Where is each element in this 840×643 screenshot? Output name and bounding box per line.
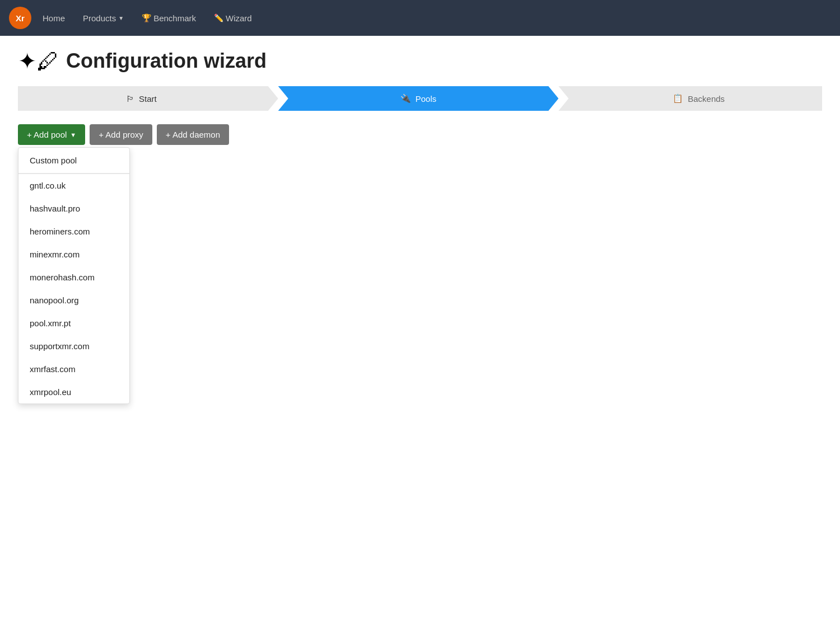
dropdown-item-pool-4[interactable]: monerohash.com (18, 266, 129, 289)
flag-icon: 🏳 (126, 94, 134, 104)
add-pool-label: + Add pool (27, 130, 67, 139)
page-title-container: ✦🖊 Configuration wizard (18, 49, 822, 73)
wizard-step-pools[interactable]: 🔌 Pools (278, 86, 559, 111)
wizard-steps: 🏳 Start 🔌 Pools 📋 Backends (18, 86, 822, 111)
dropdown-item-pool-9[interactable]: xmrpool.eu (18, 381, 129, 403)
step-backends-label: Backends (688, 94, 725, 104)
app-logo[interactable]: Xr (9, 7, 31, 29)
products-chevron-icon: ▼ (118, 15, 124, 21)
dropdown-item-pool-5[interactable]: nanopool.org (18, 289, 129, 312)
dropdown-item-pool-2[interactable]: herominers.com (18, 220, 129, 243)
wizard-icon: ✏️ (214, 13, 223, 22)
nav-wizard[interactable]: ✏️ Wizard (207, 10, 259, 26)
dropdown-item-pool-3[interactable]: minexmr.com (18, 243, 129, 266)
dropdown-item-pool-8[interactable]: xmrfast.com (18, 358, 129, 381)
add-pool-chevron-icon: ▼ (70, 132, 76, 138)
nav-home[interactable]: Home (36, 10, 72, 26)
trophy-icon: 🏆 (142, 13, 151, 22)
backends-icon: 📋 (673, 93, 683, 104)
wizard-step-backends[interactable]: 📋 Backends (558, 86, 822, 111)
action-buttons-row: + Add pool ▼ + Add proxy + Add daemon Cu… (18, 124, 822, 145)
add-proxy-label: + Add proxy (99, 130, 143, 139)
dropdown-item-pool-1[interactable]: hashvault.pro (18, 197, 129, 220)
dropdown-item-pool-6[interactable]: pool.xmr.pt (18, 312, 129, 335)
add-proxy-button[interactable]: + Add proxy (90, 124, 152, 145)
add-daemon-label: + Add daemon (166, 130, 220, 139)
step-pools-label: Pools (416, 94, 437, 104)
wizard-step-start[interactable]: 🏳 Start (18, 86, 278, 111)
nav-benchmark[interactable]: 🏆 Benchmark (135, 10, 203, 26)
dropdown-item-pool-0[interactable]: gntl.co.uk (18, 174, 129, 197)
plug-icon: 🔌 (400, 93, 411, 104)
page-title: Configuration wizard (66, 49, 267, 73)
step-start-label: Start (139, 94, 157, 104)
add-pool-dropdown: Custom pool gntl.co.uk hashvault.pro her… (18, 147, 130, 404)
navbar: Xr Home Products ▼ 🏆 Benchmark ✏️ Wizard (0, 0, 840, 36)
wizard-title-icon: ✦🖊 (18, 50, 59, 72)
dropdown-item-custom-pool[interactable]: Custom pool (18, 148, 129, 173)
nav-products[interactable]: Products ▼ (76, 10, 130, 26)
add-pool-button[interactable]: + Add pool ▼ (18, 124, 85, 145)
main-content: ✦🖊 Configuration wizard 🏳 Start 🔌 Pools … (0, 36, 840, 643)
dropdown-item-pool-7[interactable]: supportxmr.com (18, 335, 129, 358)
add-daemon-button[interactable]: + Add daemon (157, 124, 229, 145)
